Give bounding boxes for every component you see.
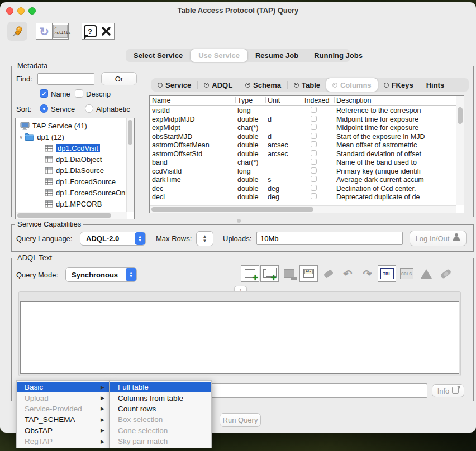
tree-vertical-scrollbar[interactable] xyxy=(126,118,134,212)
add-tab-button[interactable]: + xyxy=(241,265,259,282)
scrollbar-thumb[interactable] xyxy=(17,213,111,218)
redo-button[interactable]: ↷ xyxy=(358,265,377,282)
view-tab-columns[interactable]: Columns xyxy=(326,78,378,92)
menu-item[interactable]: Columns from table xyxy=(110,392,211,403)
or-button[interactable]: Or xyxy=(101,72,137,85)
table-row[interactable]: decldoubledegDeprecated duplicate of de xyxy=(150,193,456,202)
fix-errors-button[interactable] xyxy=(436,265,455,282)
indexed-checkbox[interactable] xyxy=(311,185,317,191)
table-row[interactable]: astromOffsetStddoublearcsecStandard devi… xyxy=(150,150,456,159)
menu-item[interactable]: Service-Provided▶ xyxy=(17,404,109,414)
sort-alphabetic-radio[interactable] xyxy=(85,104,93,113)
view-tab-schema[interactable]: Schema xyxy=(239,78,287,92)
menu-item[interactable]: ObsTAP▶ xyxy=(17,425,109,436)
menu-item[interactable]: Count rows xyxy=(110,404,211,414)
empty-circle-icon xyxy=(158,83,163,88)
table-row[interactable]: obsStartMJDdoubledStart of the exposure … xyxy=(150,133,456,142)
menu-item[interactable]: Upload▶ xyxy=(17,392,109,403)
tree-item-schema-dp1[interactable]: ∨ dp1 (12) xyxy=(16,132,135,142)
tab-resume-job[interactable]: Resume Job xyxy=(247,49,306,62)
info-button[interactable]: Info xyxy=(432,384,464,397)
uploads-field[interactable] xyxy=(256,232,403,245)
table-vertical-scrollbar[interactable] xyxy=(456,96,464,205)
adql-text-editor[interactable] xyxy=(20,301,459,374)
insert-columns-button[interactable]: COLS xyxy=(397,265,416,282)
person-icon xyxy=(453,233,460,241)
indexed-checkbox[interactable] xyxy=(311,193,317,199)
chevron-down-icon[interactable]: ∨ xyxy=(19,134,23,140)
menu-item[interactable]: Sky pair match xyxy=(110,436,211,447)
tree-item-table[interactable]: dp1.DiaSource xyxy=(16,165,135,176)
keep-window-button[interactable] xyxy=(7,22,27,41)
table-row[interactable]: visitIdlongReference to the correspon xyxy=(150,107,456,116)
view-tab-hints[interactable]: Hints xyxy=(420,78,451,92)
stilts-button[interactable]: > >stilts xyxy=(52,23,69,40)
rename-tab-button[interactable]: Abc xyxy=(299,265,318,282)
view-tab-fkeys[interactable]: FKeys xyxy=(378,78,420,92)
menu-item[interactable]: Box selection xyxy=(110,414,211,425)
table-row[interactable]: ccdVisitIdlongPrimary key (unique identi… xyxy=(150,167,456,176)
login-button[interactable]: Log In/Out xyxy=(410,231,467,246)
indexed-checkbox[interactable] xyxy=(311,159,317,165)
tree-horizontal-scrollbar[interactable] xyxy=(16,212,127,219)
table-row[interactable]: astromOffsetMeandoublearcsecMean offset … xyxy=(150,141,456,150)
table-horizontal-scrollbar[interactable] xyxy=(150,205,456,213)
menu-item[interactable]: TAP_SCHEMA▶ xyxy=(17,414,109,425)
tree-item-table[interactable]: dp1.CcdVisit xyxy=(16,143,135,153)
tab-select-service[interactable]: Select Service xyxy=(126,49,191,62)
view-tab-table[interactable]: Table xyxy=(288,78,326,92)
table-row[interactable]: expMidptchar(*)Midpoint time for exposur… xyxy=(150,124,456,133)
copy-tab-button[interactable]: + xyxy=(260,265,279,282)
name-checkbox-label: Name xyxy=(51,90,70,98)
tree-item-table[interactable]: dp1.ForcedSourceOnD xyxy=(16,188,135,198)
indexed-checkbox[interactable] xyxy=(311,107,317,113)
table-row[interactable]: expMidptMJDdoubledMidpoint time for expo… xyxy=(150,116,456,124)
help-button[interactable]: ? xyxy=(82,23,98,40)
table-row[interactable]: darkTimedoublesAverage dark current accu… xyxy=(150,176,456,185)
tree-item-table[interactable]: dp1.DiaObject xyxy=(16,154,135,165)
indexed-checkbox[interactable] xyxy=(311,133,317,139)
indexed-checkbox[interactable] xyxy=(311,167,317,174)
close-window-button[interactable] xyxy=(98,23,115,40)
tab-running-jobs[interactable]: Running Jobs xyxy=(306,49,370,62)
splitter-handle[interactable] xyxy=(237,219,241,223)
parse-errors-button[interactable] xyxy=(417,265,435,282)
reload-button[interactable]: ↻ xyxy=(36,23,53,40)
tree-item-table[interactable]: dp1.ForcedSource xyxy=(16,176,135,187)
scrollbar-thumb[interactable] xyxy=(458,107,463,124)
menu-item[interactable]: RegTAP▶ xyxy=(17,436,109,447)
filled-circle-icon xyxy=(245,83,250,88)
indexed-checkbox[interactable] xyxy=(311,116,317,122)
clear-text-button[interactable] xyxy=(319,265,337,282)
insert-table-name-button[interactable]: TBL xyxy=(378,265,396,282)
scrollbar-thumb[interactable] xyxy=(128,120,132,145)
indexed-checkbox[interactable] xyxy=(311,124,317,130)
scrollbar-thumb[interactable] xyxy=(151,207,313,212)
tree-item-table[interactable]: dp1.MPCORB xyxy=(16,199,135,209)
view-tab-service[interactable]: Service xyxy=(151,78,197,92)
indexed-checkbox[interactable] xyxy=(311,141,317,147)
menu-item[interactable]: Cone selection xyxy=(110,425,211,436)
undo-button[interactable]: ↶ xyxy=(339,265,357,282)
view-tab-adql[interactable]: ADQL xyxy=(198,78,239,92)
tab-use-service[interactable]: Use Service xyxy=(191,49,247,62)
descrip-checkbox[interactable] xyxy=(75,89,83,98)
remove-tab-button[interactable] xyxy=(280,265,298,282)
tree-item-service[interactable]: TAP Service (41) xyxy=(16,121,135,131)
table-row[interactable]: decdoubledegDeclination of Ccd center. xyxy=(150,185,456,194)
run-query-button[interactable]: Run Query xyxy=(220,413,261,427)
menu-item[interactable]: Full table xyxy=(110,382,211,392)
cell-name: dec xyxy=(152,185,235,193)
table-row[interactable]: bandchar(*)Name of the band used to xyxy=(150,159,456,167)
query-mode-select[interactable]: Synchronous ▲▼ xyxy=(65,267,137,282)
name-checkbox[interactable]: ✓ xyxy=(40,89,48,98)
find-input[interactable] xyxy=(37,73,94,85)
indexed-checkbox[interactable] xyxy=(311,150,317,156)
indexed-checkbox[interactable] xyxy=(311,176,317,182)
menu-item[interactable]: Basic▶ xyxy=(17,382,109,392)
query-language-select[interactable]: ADQL-2.0 ▲▼ xyxy=(80,232,146,246)
menu-item-label: Cone selection xyxy=(118,426,207,435)
query-language-label: Query Language: xyxy=(16,234,72,243)
sort-service-radio[interactable] xyxy=(40,104,48,113)
max-rows-stepper[interactable]: ▲▼ xyxy=(196,231,213,246)
